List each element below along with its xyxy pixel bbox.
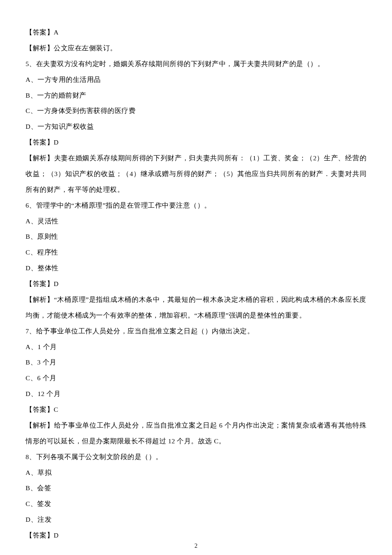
option-a: A、一方专用的生活用品 [26, 72, 366, 88]
answer-label: 【答案】C [26, 402, 366, 418]
question-body: 给予事业单位工作人员处分，应当自批准立案之日起（）内做出决定。 [36, 327, 254, 335]
option-a: A、1 个月 [26, 339, 366, 355]
question-text: 8、下列各项不属于公文制文阶段的是（）。 [26, 449, 366, 465]
analysis-text: 【解析】夫妻在婚姻关系存续期间所得的下列财产，归夫妻共同所有：（1）工资、奖金；… [26, 150, 366, 198]
option-d: D、注发 [26, 512, 366, 528]
answer-label: 【答案】A [26, 25, 366, 40]
answer-label: 【答案】D [26, 135, 366, 150]
question-body: 下列各项不属于公文制文阶段的是（）。 [36, 453, 163, 460]
question-body: 在夫妻双方没有约定时，婚姻关系存续期间所得的下列财产中，属于夫妻共同财产的是（）… [36, 60, 325, 67]
option-d: D、一方知识产权收益 [26, 119, 366, 135]
option-d: D、12 个月 [26, 386, 366, 402]
question-text: 7、给予事业单位工作人员处分，应当自批准立案之日起（）内做出决定。 [26, 324, 366, 339]
question-number: 7、 [26, 327, 36, 335]
answer-label: 【答案】D [26, 276, 366, 292]
question-text: 5、在夫妻双方没有约定时，婚姻关系存续期间所得的下列财产中，属于夫妻共同财产的是… [26, 56, 366, 72]
option-b: B、会签 [26, 480, 366, 496]
option-b: B、原则性 [26, 229, 366, 245]
analysis-text: 【解析】给予事业单位工作人员处分，应当自批准立案之日起 6 个月内作出决定；案情… [26, 418, 366, 449]
option-d: D、整体性 [26, 260, 366, 276]
option-a: A、灵活性 [26, 214, 366, 229]
page-number: 2 [0, 543, 392, 549]
option-a: A、草拟 [26, 465, 366, 481]
option-b: B、3 个月 [26, 355, 366, 370]
analysis-text: 【解析】公文应在左侧装订。 [26, 40, 366, 56]
option-c: C、签发 [26, 496, 366, 512]
question-number: 5、 [26, 60, 36, 67]
option-c: C、一方身体受到伤害获得的医疗费 [26, 103, 366, 119]
option-c: C、程序性 [26, 245, 366, 260]
question-text: 6、管理学中的“木桶原理”指的是在管理工作中要注意（）。 [26, 198, 366, 214]
question-number: 6、 [26, 202, 36, 209]
answer-label: 【答案】D [26, 528, 366, 543]
option-c: C、6 个月 [26, 370, 366, 386]
option-b: B、一方的婚前财产 [26, 88, 366, 104]
question-number: 8、 [26, 453, 36, 460]
question-body: 管理学中的“木桶原理”指的是在管理工作中要注意（）。 [36, 202, 211, 209]
page: 【答案】A 【解析】公文应在左侧装订。 5、在夫妻双方没有约定时，婚姻关系存续期… [0, 0, 392, 555]
analysis-text: 【解析】“木桶原理”是指组成木桶的木条中，其最短的一根木条决定木桶的容积，因此构… [26, 292, 366, 324]
